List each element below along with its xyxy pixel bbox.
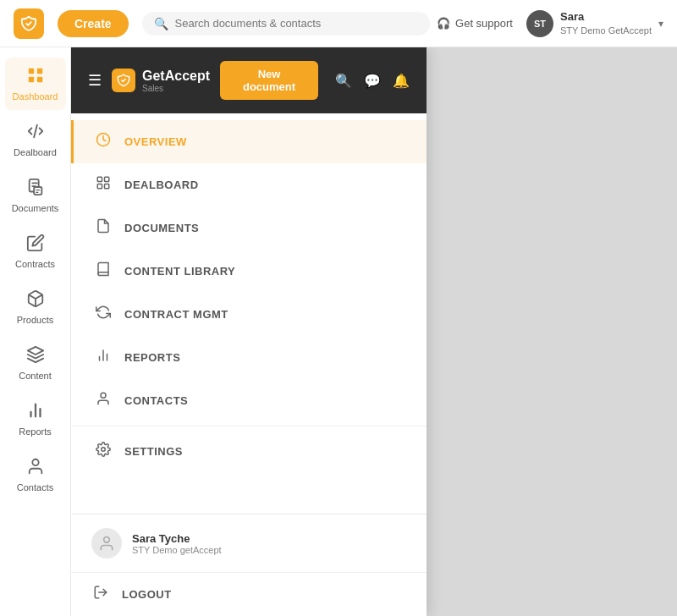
brand-name: GetAccept — [142, 69, 210, 83]
sidebar-item-label: Contacts — [17, 482, 53, 492]
search-input[interactable] — [175, 17, 418, 30]
search-bar: 🔍 — [142, 12, 430, 36]
svg-marker-7 — [27, 347, 42, 355]
brand-text: GetAccept Sales — [142, 69, 210, 93]
logout-label: LOGOUT — [122, 588, 172, 601]
dropdown-footer: Sara Tyche STY Demo getAccept LOGOUT — [71, 514, 427, 616]
svg-rect-13 — [97, 177, 102, 181]
svg-rect-14 — [105, 177, 109, 181]
sidebar-item-label: Contracts — [15, 259, 55, 269]
svg-rect-15 — [97, 184, 102, 189]
brand-logo: GetAccept Sales — [112, 69, 210, 93]
logout-button[interactable]: LOGOUT — [71, 572, 427, 616]
content-area: February 2022 ☰ GetAccept Sales — [71, 47, 677, 616]
new-document-button[interactable]: New document — [220, 61, 318, 100]
sidebar-item-label: Content — [19, 371, 52, 381]
sidebar-item-products[interactable]: Products — [5, 281, 66, 333]
nav-divider — [71, 426, 427, 426]
hamburger-icon[interactable]: ☰ — [88, 71, 102, 90]
svg-point-22 — [104, 537, 110, 543]
file-icon — [94, 218, 113, 238]
footer-user: Sara Tyche STY Demo getAccept — [71, 514, 427, 572]
brand-logo-icon — [112, 69, 135, 92]
user-name: Sara — [560, 10, 652, 25]
headset-icon: 🎧 — [437, 17, 450, 30]
arrows-icon — [26, 122, 45, 144]
svg-point-21 — [102, 448, 106, 452]
user-company: STY Demo GetAccept — [560, 25, 652, 36]
chevron-down-icon: ▾ — [658, 18, 663, 30]
person2-icon — [94, 391, 113, 410]
sidebar-item-label: Reports — [19, 426, 52, 437]
svg-rect-1 — [36, 69, 41, 74]
grid2-icon — [94, 175, 113, 195]
header-right: 🎧 Get support ST Sara STY Demo GetAccept… — [437, 10, 663, 37]
chart-icon — [26, 401, 45, 423]
bell-icon[interactable]: 🔔 — [393, 73, 410, 89]
nav-label: SETTINGS — [124, 445, 183, 458]
bar-chart-icon — [94, 348, 113, 367]
dropdown-nav: OVERVIEW DEALBOARD — [71, 113, 427, 514]
nav-label: CONTENT LIBRARY — [124, 265, 235, 278]
nav-item-settings[interactable]: SETTINGS — [71, 430, 427, 473]
nav-label: OVERVIEW — [124, 135, 187, 148]
top-header: Create 🔍 🎧 Get support ST Sara STY Demo … — [0, 0, 677, 47]
sidebar-item-reports[interactable]: Reports — [5, 393, 66, 445]
support-button[interactable]: 🎧 Get support — [437, 17, 513, 30]
nav-item-overview[interactable]: OVERVIEW — [71, 120, 427, 163]
dropdown-header: ☰ GetAccept Sales New document 🔍 💬 — [71, 47, 427, 113]
sidebar-item-label: Documents — [12, 203, 59, 213]
sidebar-item-label: Dealboard — [14, 147, 57, 157]
svg-rect-3 — [36, 77, 41, 82]
person-icon — [26, 457, 45, 479]
brand-sub: Sales — [142, 84, 210, 93]
user-section[interactable]: ST Sara STY Demo GetAccept ▾ — [526, 10, 663, 37]
logout-icon — [91, 585, 110, 604]
book-icon — [94, 261, 113, 281]
grid-icon — [26, 66, 45, 88]
document-icon — [26, 178, 45, 200]
nav-item-documents[interactable]: DOCUMENTS — [71, 206, 427, 250]
create-button[interactable]: Create — [58, 10, 129, 37]
nav-label: DOCUMENTS — [124, 222, 199, 234]
footer-user-name: Sara Tyche — [132, 532, 222, 545]
sidebar-item-dashboard[interactable]: Dashboard — [5, 58, 66, 110]
sidebar-item-content[interactable]: Content — [5, 337, 66, 389]
footer-avatar — [91, 528, 122, 558]
gear-icon — [94, 442, 113, 461]
nav-item-contract-mgmt[interactable]: CONTRACT MGMT — [71, 293, 427, 336]
nav-item-contacts[interactable]: CONTACTS — [71, 379, 427, 422]
rotate-icon — [94, 305, 113, 324]
search-icon: 🔍 — [154, 17, 168, 30]
svg-rect-2 — [28, 77, 33, 82]
nav-label: DEALBOARD — [124, 179, 199, 191]
svg-point-20 — [101, 393, 106, 398]
pencil-icon — [26, 234, 45, 256]
sidebar-item-documents[interactable]: Documents — [5, 169, 66, 222]
logo-icon — [14, 8, 44, 39]
layers-icon — [26, 345, 45, 367]
footer-user-info: Sara Tyche STY Demo getAccept — [132, 532, 222, 555]
user-name-block: Sara STY Demo GetAccept — [560, 10, 652, 36]
box-icon — [26, 289, 45, 311]
sidebar-item-contracts[interactable]: Contracts — [5, 225, 66, 278]
clock-icon — [94, 132, 113, 151]
svg-rect-5 — [34, 187, 41, 195]
nav-item-reports[interactable]: REPORTS — [71, 336, 427, 379]
header-icons: 🔍 💬 🔔 — [335, 73, 410, 89]
nav-item-dealboard[interactable]: DEALBOARD — [71, 163, 427, 206]
svg-rect-16 — [105, 184, 109, 189]
nav-label: REPORTS — [124, 351, 180, 364]
main-layout: Dashboard Dealboard Documents — [0, 47, 677, 616]
support-label: Get support — [455, 17, 513, 30]
nav-item-content-library[interactable]: CONTENT LIBRARY — [71, 250, 427, 293]
search-header-icon[interactable]: 🔍 — [335, 73, 352, 89]
dropdown-panel: ☰ GetAccept Sales New document 🔍 💬 — [71, 47, 427, 616]
avatar: ST — [526, 10, 553, 37]
chat-icon[interactable]: 💬 — [364, 73, 381, 89]
sidebar-item-contacts[interactable]: Contacts — [5, 448, 66, 501]
nav-label: CONTACTS — [124, 394, 188, 407]
footer-user-company: STY Demo getAccept — [132, 545, 222, 555]
sidebar-item-label: Dashboard — [13, 91, 58, 102]
sidebar-item-dealboard[interactable]: Dealboard — [5, 113, 66, 166]
